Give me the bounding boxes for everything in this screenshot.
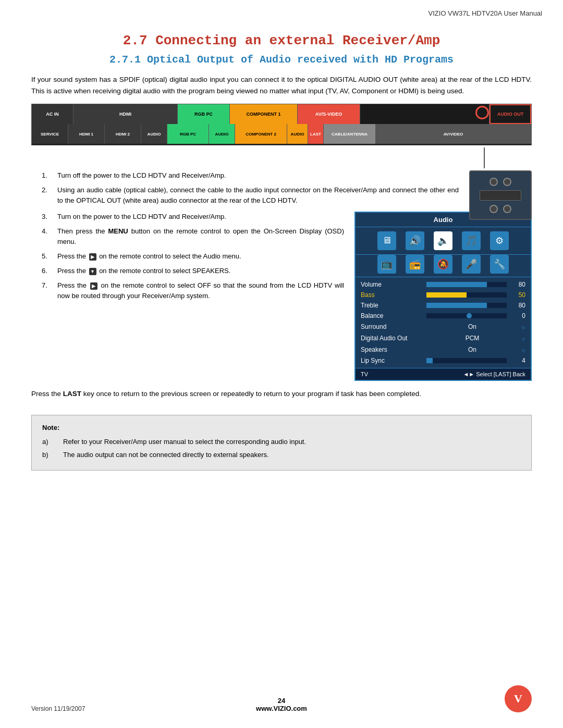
step-1-number: 1. — [31, 170, 57, 181]
volume-bar — [426, 282, 507, 287]
audio-row-digital-audio-out: Digital Audio Out PCM ⬦ — [361, 332, 525, 344]
audio-icon-10: 🔧 — [490, 255, 509, 274]
surround-icon: ⬦ — [521, 323, 525, 331]
audio-menu-icons-row-2: 📺 📻 🔕 🎤 🔧 — [356, 255, 531, 277]
two-column-section: 3. Turn on the power to the LCD HDTV and… — [31, 212, 532, 381]
panel-audio-c: AUDIO — [209, 124, 235, 144]
audio-row-speakers: Speakers On ⬦ — [361, 344, 525, 355]
treble-value: 80 — [510, 302, 525, 309]
note-text-b: The audio output can not be connected di… — [63, 450, 269, 461]
down-btn-icon: ▼ — [89, 268, 96, 275]
panel-audio-d: AUDIO — [287, 124, 308, 144]
panel-red: LAST — [308, 124, 324, 144]
balance-label: Balance — [361, 312, 423, 319]
step-3-text: Turn on the power to the LCD HDTV and Re… — [57, 212, 226, 222]
step-6-text: Press the ▼ on the remote control to sel… — [57, 266, 230, 276]
main-section-title: 2.7 Connecting an external Receiver/Amp — [31, 33, 532, 48]
footer-website: www.VIZIO.com — [256, 705, 307, 712]
manual-title: VIZIO VW37L HDTV20A User Manual — [429, 9, 542, 17]
menu-bold: MENU — [108, 227, 128, 235]
step-3-number: 3. — [31, 212, 57, 222]
balance-value: 0 — [510, 312, 525, 319]
lip-sync-label: Lip Sync — [361, 357, 423, 364]
lip-sync-value: 4 — [510, 357, 525, 364]
footer-tv-label: TV — [361, 371, 368, 377]
speakers-icon: ⬦ — [521, 346, 525, 354]
step-2-text: Using an audio cable (optical cable), co… — [57, 185, 459, 206]
treble-bar — [426, 303, 507, 308]
intro-paragraph: If your sound system has a SPDIF (optica… — [31, 74, 532, 96]
page-header: VIZIO VW37L HDTV20A User Manual — [0, 0, 563, 17]
digital-audio-out-label: Digital Audio Out — [361, 335, 423, 342]
step-5-text: Press the ▶ on the remote control to sel… — [57, 251, 241, 262]
step-7: 7. Press the ▶ on the remote control to … — [31, 280, 344, 301]
audio-row-lip-sync: Lip Sync 4 — [361, 355, 525, 366]
steps-list-1-2: 1. Turn off the power to the LCD HDTV an… — [31, 170, 532, 206]
audio-icon-8: 🔕 — [434, 255, 452, 274]
step-2: 2. Using an audio cable (optical cable),… — [31, 185, 459, 206]
speakers-label: Speakers — [361, 346, 423, 353]
balance-dot — [467, 313, 472, 318]
audio-menu-screenshot: Audio 🖥 🔊 🔈 🎵 ⚙ 📺 📻 🔕 🎤 🔧 — [354, 212, 532, 381]
volume-bar-fill — [426, 282, 487, 287]
bass-value: 50 — [510, 291, 525, 299]
panel-component-1: COMPONENT 1 — [230, 104, 298, 124]
panel-audio-out: AUDIO OUT — [489, 104, 531, 124]
panel-rgb-pc: RGB PC — [178, 104, 230, 124]
bass-label: Bass — [361, 291, 423, 299]
panel-ac-in: AC IN — [32, 104, 74, 124]
volume-label: Volume — [361, 281, 423, 288]
receiver-port-2 — [503, 178, 511, 186]
digital-audio-out-icon: ⬦ — [521, 334, 525, 342]
note-label-b: b) — [42, 450, 63, 461]
audio-menu-footer: TV ◄► Select [LAST] Back — [356, 368, 531, 380]
panel-top-row: AC IN HDMI RGB PC COMPONENT 1 AV/S-VIDEO… — [32, 104, 531, 124]
audio-icon-3-selected: 🔈 — [434, 231, 452, 250]
connector-line — [484, 147, 485, 168]
footer-version: Version 11/19/2007 — [31, 705, 85, 712]
page-footer: Version 11/19/2007 24 www.VIZIO.com V — [0, 685, 563, 712]
version-text: Version 11/19/2007 — [31, 705, 85, 712]
footer-controls: ◄► Select [LAST] Back — [463, 371, 525, 377]
audio-icon-2: 🔊 — [406, 231, 424, 250]
balance-bar — [426, 313, 507, 318]
right-btn-icon-2: ▶ — [90, 282, 97, 290]
panel-rest — [360, 104, 489, 124]
last-paragraph: Press the LAST key once to return to the… — [31, 388, 532, 400]
audio-icon-7: 📻 — [406, 255, 424, 274]
step-7-number: 7. — [31, 280, 57, 301]
volume-value: 80 — [510, 281, 525, 288]
receiver-device-image — [469, 170, 532, 220]
panel-bottom-row: SERVICE HDMI 1 HDMI 2 AUDIO RGB PC AUDIO… — [32, 124, 531, 144]
panel-hdmi1: HDMI 1 — [68, 124, 105, 144]
step-6-number: 6. — [31, 266, 57, 276]
right-btn-icon: ▶ — [89, 253, 96, 261]
step-5-number: 5. — [31, 251, 57, 262]
panel-component-2: COMPONENT 2 — [235, 124, 287, 144]
step-7-text: Press the ▶ on the remote control to sel… — [57, 280, 344, 301]
audio-menu-icons-row: 🖥 🔊 🔈 🎵 ⚙ — [356, 227, 531, 255]
treble-label: Treble — [361, 302, 423, 309]
bass-bar-fill — [426, 292, 467, 298]
audio-row-volume: Volume 80 — [361, 279, 525, 290]
step-6: 6. Press the ▼ on the remote control to … — [31, 266, 344, 276]
step-4: 4. Then press the MENU button on the rem… — [31, 226, 344, 247]
panel-hdmi: HDMI — [74, 104, 178, 124]
speakers-value: On — [423, 346, 521, 353]
panel-rgb-pc-bottom: RGB PC — [167, 124, 209, 144]
logo-letter: V — [514, 692, 522, 706]
audio-icon-4: 🎵 — [462, 231, 481, 250]
steps-list-3-7: 3. Turn on the power to the LCD HDTV and… — [31, 212, 344, 302]
receiver-port-3 — [489, 205, 498, 213]
surround-label: Surround — [361, 323, 423, 330]
treble-bar-fill — [426, 303, 487, 308]
panel-hdmi2: HDMI 2 — [105, 124, 141, 144]
panel-av-video: AV/VIDEO — [376, 124, 531, 144]
subsection-title: 2.7.1 Optical Output of Audio received w… — [31, 54, 532, 66]
audio-icon-1: 🖥 — [377, 231, 396, 250]
audio-menu-rows: Volume 80 Bass 50 — [356, 277, 531, 368]
note-item-a: a) Refer to your Receiver/Amp user manua… — [42, 437, 521, 448]
audio-out-highlight-circle — [475, 106, 489, 119]
step-1-text: Turn off the power to the LCD HDTV and R… — [57, 170, 226, 181]
audio-osd-menu: Audio 🖥 🔊 🔈 🎵 ⚙ 📺 📻 🔕 🎤 🔧 — [354, 212, 532, 381]
